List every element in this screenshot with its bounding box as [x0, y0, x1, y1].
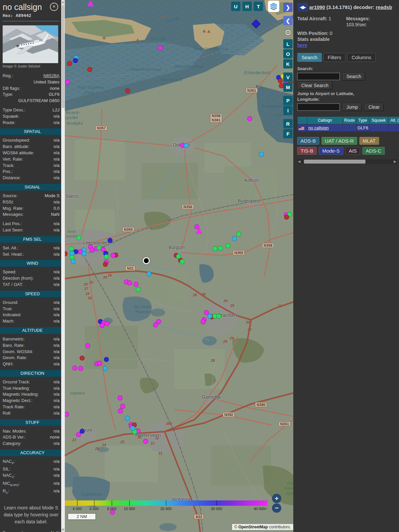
column-header[interactable]: [298, 117, 307, 124]
aircraft-position-dot[interactable]: [284, 215, 289, 220]
aircraft-position-dot[interactable]: [73, 58, 78, 63]
map-button-f[interactable]: F: [283, 129, 293, 138]
aircraft-position-dot[interactable]: [226, 243, 231, 248]
jump-input[interactable]: [297, 103, 340, 111]
expand-right-button[interactable]: ❯: [283, 3, 293, 12]
tab-search[interactable]: Search: [297, 53, 322, 62]
aircraft-position-dot[interactable]: [65, 80, 70, 85]
aircraft-triangle-marker[interactable]: [196, 228, 202, 234]
aircraft-position-dot[interactable]: [103, 262, 108, 267]
table-horizontal-scrollbar[interactable]: ◀ ▶: [297, 159, 397, 164]
aircraft-photo[interactable]: [3, 25, 58, 63]
aircraft-position-dot[interactable]: [232, 236, 237, 241]
zoom-out-button[interactable]: −: [272, 503, 281, 513]
aircraft-position-dot[interactable]: [180, 259, 185, 264]
map-button-o[interactable]: O: [283, 49, 293, 59]
scrollbar-thumb[interactable]: [62, 5, 65, 108]
aircraft-position-dot[interactable]: [105, 321, 110, 326]
aircraft-position-dot[interactable]: [143, 439, 148, 444]
chip-ads-c[interactable]: ADS-C: [362, 147, 385, 155]
aircraft-position-dot[interactable]: [278, 78, 283, 83]
column-header[interactable]: Type: [356, 117, 369, 124]
scroll-down-icon[interactable]: ▼: [61, 528, 65, 532]
aircraft-position-dot[interactable]: [78, 366, 83, 371]
tar1090-link[interactable]: ar1090: [309, 4, 325, 10]
osm-link[interactable]: OpenStreetMap: [238, 525, 268, 529]
panel-collapse-button[interactable]: ◀▶: [297, 3, 308, 12]
aircraft-position-dot[interactable]: [213, 246, 218, 251]
aircraft-position-dot[interactable]: [71, 259, 76, 264]
aircraft-position-dot[interactable]: [82, 251, 87, 256]
map-button-h[interactable]: H: [242, 2, 252, 11]
map-button-r[interactable]: R: [283, 119, 293, 128]
map-button-p[interactable]: P: [283, 96, 293, 105]
aircraft-position-dot[interactable]: [147, 272, 152, 277]
map-button-i[interactable]: I: [283, 106, 293, 115]
aircraft-position-dot[interactable]: [207, 314, 212, 319]
map-button-t[interactable]: T: [254, 2, 263, 11]
hscrollbar-thumb[interactable]: [304, 160, 365, 164]
chip-ais[interactable]: AIS: [345, 147, 360, 155]
map-button-v[interactable]: V: [283, 72, 293, 82]
column-header[interactable]: Squawk: [369, 117, 388, 124]
aircraft-position-dot[interactable]: [218, 246, 223, 251]
aircraft-position-dot[interactable]: [125, 88, 130, 93]
map-button-u[interactable]: U: [231, 2, 240, 11]
aircraft-triangle-marker[interactable]: [87, 0, 94, 6]
aircraft-position-dot[interactable]: [132, 430, 137, 435]
chip-mode-s[interactable]: Mode-S: [319, 147, 343, 155]
registration-link[interactable]: N652BA: [44, 73, 60, 78]
readsb-link[interactable]: readsb: [376, 4, 392, 10]
map-button-l[interactable]: L: [283, 39, 293, 49]
aircraft-position-dot[interactable]: [76, 235, 81, 240]
aircraft-position-dot[interactable]: [247, 116, 252, 121]
scroll-up-icon[interactable]: ▲: [61, 0, 65, 4]
aircraft-position-dot[interactable]: [127, 281, 132, 286]
aircraft-position-dot[interactable]: [201, 320, 206, 325]
aircraft-position-dot[interactable]: [108, 238, 113, 243]
aircraft-position-dot[interactable]: [136, 287, 141, 292]
aircraft-position-dot[interactable]: [216, 314, 221, 319]
column-header[interactable]: Route: [343, 117, 356, 124]
tab-filters[interactable]: Filters: [324, 53, 346, 62]
aircraft-position-dot[interactable]: [104, 254, 109, 259]
aircraft-position-dot[interactable]: [158, 46, 163, 51]
aircraft-position-dot[interactable]: [103, 366, 108, 371]
aircraft-position-dot[interactable]: [134, 282, 139, 287]
map-button-k[interactable]: K: [283, 59, 293, 68]
search-button[interactable]: Search: [342, 72, 365, 80]
sidebar-scrollbar[interactable]: ▲ ▼: [61, 0, 65, 532]
search-input[interactable]: [297, 73, 340, 80]
aircraft-position-dot[interactable]: [118, 396, 123, 401]
callsign-cell[interactable]: no callsign: [307, 124, 342, 131]
jump-clear-button[interactable]: Clear: [364, 103, 383, 111]
jump-button[interactable]: Jump: [342, 103, 362, 111]
tab-columns[interactable]: Columns: [347, 53, 375, 62]
collapse-left-button[interactable]: ❮: [283, 16, 293, 25]
aircraft-position-dot[interactable]: [97, 361, 102, 366]
aircraft-position-dot[interactable]: [67, 61, 72, 66]
aircraft-position-dot[interactable]: [104, 357, 109, 362]
aircraft-position-dot[interactable]: [156, 319, 161, 324]
chip-uat-ads-r[interactable]: UAT / ADS-R: [322, 137, 357, 145]
map-canvas[interactable]: LeeuwardenDokkumKollumBuitenpostStiensBu…: [65, 0, 293, 532]
aircraft-position-dot[interactable]: [176, 254, 181, 259]
aircraft-position-dot[interactable]: [184, 143, 189, 148]
scroll-left-icon[interactable]: ◀: [298, 159, 301, 164]
layers-button[interactable]: [268, 1, 279, 12]
aircraft-position-dot[interactable]: [111, 253, 116, 258]
column-header[interactable]: Callsign: [307, 117, 342, 124]
gear-icon[interactable]: ⚙: [283, 28, 293, 37]
zoom-in-button[interactable]: +: [272, 494, 281, 503]
aircraft-position-dot[interactable]: [72, 366, 77, 371]
aircraft-position-dot[interactable]: [120, 404, 125, 409]
clear-search-button[interactable]: Clear Search: [297, 81, 332, 89]
close-icon[interactable]: ✕: [50, 3, 58, 11]
aircraft-position-dot[interactable]: [87, 67, 92, 72]
chip-tis-b[interactable]: TIS-B: [297, 147, 317, 155]
aircraft-position-dot[interactable]: [259, 152, 264, 157]
aircraft-position-dot[interactable]: [80, 356, 85, 361]
aircraft-position-dot[interactable]: [100, 323, 105, 328]
chip-mlat[interactable]: MLAT: [359, 137, 379, 145]
aircraft-position-dot[interactable]: [76, 432, 81, 437]
